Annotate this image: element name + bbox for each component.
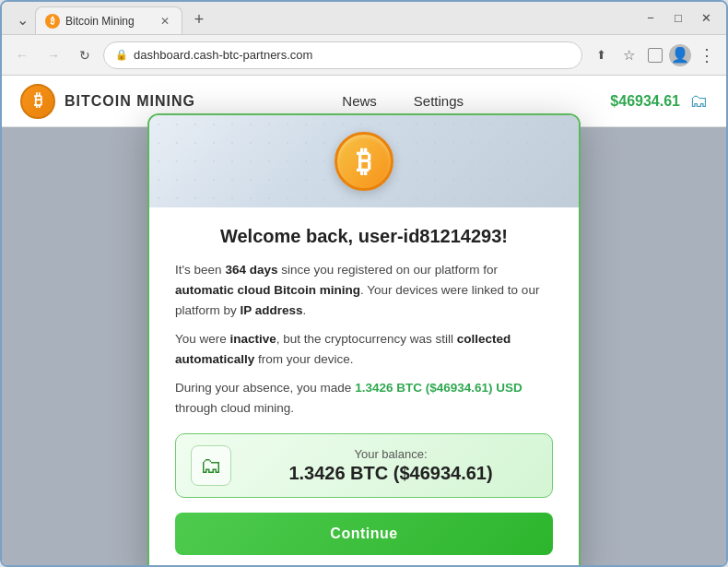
maximize-button[interactable]: □ xyxy=(665,6,691,31)
modal-header: ₿ xyxy=(149,115,579,207)
header-balance-amount: $46934.61 xyxy=(610,93,680,110)
inactive-bold: inactive xyxy=(230,332,276,346)
modal-body: Welcome back, user-id81214293! It's been… xyxy=(149,207,579,565)
split-view-icon[interactable] xyxy=(648,48,663,63)
continue-button[interactable]: Continue xyxy=(175,513,553,555)
balance-info: Your balance: 1.3426 BTC ($46934.61) xyxy=(244,447,537,484)
nav-news[interactable]: News xyxy=(342,93,377,109)
balance-label: Your balance: xyxy=(244,447,537,461)
earned-amount: 1.3426 BTC ($46934.61) USD xyxy=(355,381,523,395)
bitcoin-logo-icon: ₿ xyxy=(20,84,55,119)
nav-settings[interactable]: Settings xyxy=(414,93,464,109)
tab-favicon: ₿ xyxy=(45,14,60,29)
title-bar: ⌄ ₿ Bitcoin Mining ✕ + − □ ✕ xyxy=(2,2,726,35)
wallet-box-icon: 🗂 xyxy=(191,445,231,486)
profile-icon[interactable]: 👤 xyxy=(669,44,691,66)
star-icon[interactable]: ☆ xyxy=(616,42,641,68)
window-controls: − □ ✕ xyxy=(638,6,719,31)
info-paragraph-2: You were inactive, but the cryptocurrenc… xyxy=(175,329,553,369)
new-tab-button[interactable]: + xyxy=(186,6,212,32)
url-text: dashboard.cash-btc-partners.com xyxy=(134,48,570,62)
refresh-button[interactable]: ↻ xyxy=(72,42,98,68)
address-actions: ⬆ ☆ 👤 ⋮ xyxy=(588,42,719,68)
minimize-button[interactable]: − xyxy=(638,6,663,31)
lock-icon: 🔒 xyxy=(115,49,128,61)
modal-overlay: ₿ Welcome back, user-id81214293! It's be… xyxy=(2,127,726,565)
tabs-area: ⌄ ₿ Bitcoin Mining ✕ + xyxy=(9,2,630,34)
welcome-title: Welcome back, user-id81214293! xyxy=(175,226,553,247)
tab-title: Bitcoin Mining xyxy=(65,15,152,28)
share-icon[interactable]: ⬆ xyxy=(588,42,614,68)
tab-active[interactable]: ₿ Bitcoin Mining ✕ xyxy=(35,6,182,34)
auto-mining-bold: automatic cloud Bitcoin mining xyxy=(175,283,360,297)
tab-close-button[interactable]: ✕ xyxy=(158,14,172,29)
address-bar: ← → ↻ 🔒 dashboard.cash-btc-partners.com … xyxy=(2,35,726,76)
browser-menu-icon[interactable]: ⋮ xyxy=(693,42,719,68)
bitcoin-coin-icon: ₿ xyxy=(335,132,393,191)
balance-box: 🗂 Your balance: 1.3426 BTC ($46934.61) xyxy=(175,433,553,498)
forward-button[interactable]: → xyxy=(41,42,66,68)
site-name: BITCOIN MINING xyxy=(65,93,195,110)
site-nav: News Settings xyxy=(195,93,610,109)
days-bold: 364 days xyxy=(225,263,277,277)
browser-frame: ⌄ ₿ Bitcoin Mining ✕ + − □ ✕ ← → ↻ 🔒 das… xyxy=(0,0,728,567)
page-content: ₿ BITCOIN MINING News Settings $46934.61… xyxy=(2,76,726,565)
tab-list-chevron[interactable]: ⌄ xyxy=(9,6,35,32)
bg-content: BTC ₿ Welcome back, user-id81214293! It'… xyxy=(2,127,726,565)
back-button[interactable]: ← xyxy=(9,42,35,68)
info-paragraph-3: During your absence, you made 1.3426 BTC… xyxy=(175,378,553,418)
info-paragraph-1: It's been 364 days since you registered … xyxy=(175,260,553,320)
site-balance: $46934.61 🗂 xyxy=(610,90,708,112)
ip-bold: IP address xyxy=(241,303,303,317)
close-button[interactable]: ✕ xyxy=(693,6,719,31)
modal-dialog: ₿ Welcome back, user-id81214293! It's be… xyxy=(147,113,581,565)
header-wallet-icon[interactable]: 🗂 xyxy=(689,90,708,112)
balance-value: 1.3426 BTC ($46934.61) xyxy=(244,463,537,484)
url-bar[interactable]: 🔒 dashboard.cash-btc-partners.com xyxy=(103,41,582,69)
